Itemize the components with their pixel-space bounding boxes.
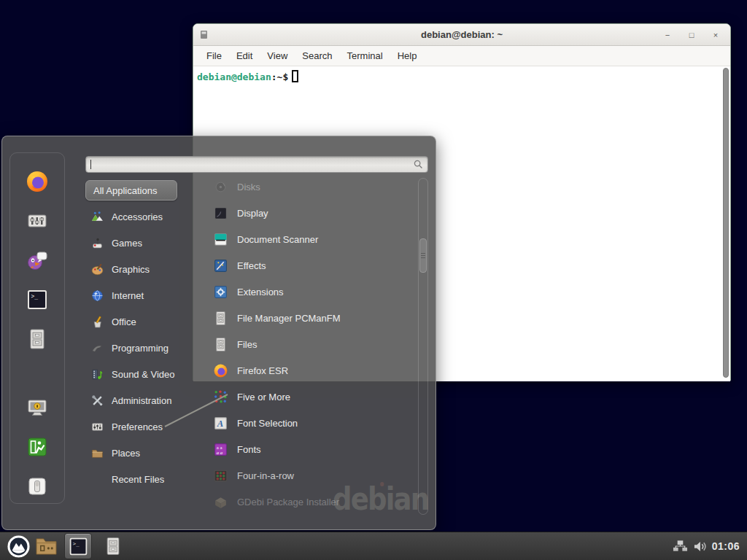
favorite-control-center-button[interactable]: [25, 209, 50, 233]
maximize-icon[interactable]: □: [687, 31, 696, 39]
firefox-icon: [26, 170, 49, 193]
app-four-in-a-row[interactable]: Four-in-a-row: [207, 462, 417, 489]
log-out-button[interactable]: [25, 435, 50, 459]
desktop[interactable]: debian debian@debian: ~ − □ × File Edit …: [0, 0, 747, 560]
menu-search[interactable]: Search: [295, 50, 339, 61]
document-scanner-icon: [213, 232, 228, 247]
window-title: debian@debian: ~: [193, 29, 730, 40]
app-display[interactable]: Display: [207, 200, 417, 226]
category-programming[interactable]: Programming: [85, 335, 206, 361]
app-effects[interactable]: Effects: [207, 252, 417, 279]
app-file-manager-pcmanfm[interactable]: File Manager PCManFM: [207, 305, 417, 331]
administration-icon: [91, 394, 104, 407]
firefox-icon: [213, 363, 228, 378]
volume-icon[interactable]: [693, 540, 707, 553]
folder-icon: [35, 537, 58, 556]
category-administration[interactable]: Administration: [85, 387, 206, 413]
prompt-path: :~$: [271, 71, 288, 82]
category-all-applications[interactable]: All Applications: [85, 180, 177, 201]
menu-view[interactable]: View: [260, 50, 295, 61]
effects-icon: [213, 258, 228, 273]
four-in-a-row-icon: [213, 468, 228, 483]
app-disks[interactable]: Disks: [207, 174, 417, 200]
menu-file[interactable]: File: [199, 50, 229, 61]
category-games[interactable]: Games: [85, 230, 206, 256]
shut-down-icon: [26, 475, 49, 498]
places-icon: [91, 447, 104, 459]
package-icon: [213, 494, 228, 510]
menu-button[interactable]: [4, 533, 32, 559]
menu-help[interactable]: Help: [390, 50, 425, 61]
sound-video-icon: [91, 368, 104, 381]
app-document-scanner[interactable]: Document Scanner: [207, 226, 417, 252]
terminal-icon: >_: [68, 536, 89, 557]
preferences-icon: [91, 421, 104, 433]
app-gdebi-package-installer[interactable]: GDebi Package Installer: [207, 489, 417, 515]
display-icon: [213, 206, 228, 221]
file-cabinet-icon: [26, 327, 49, 351]
search-icon: [414, 160, 423, 169]
terminal-taskbar-button[interactable]: >_: [64, 533, 92, 559]
file-cabinet-icon: [213, 311, 228, 326]
category-accessories[interactable]: Accessories: [85, 203, 206, 230]
pidgin-icon: [26, 249, 49, 272]
category-recent-files[interactable]: Recent Files: [85, 466, 206, 492]
clock[interactable]: 01:06: [712, 540, 740, 552]
category-list: All Applications Accessories Games Graph…: [85, 180, 206, 492]
text-caret: [90, 160, 91, 169]
category-office[interactable]: Office: [85, 308, 206, 335]
network-icon[interactable]: [673, 540, 688, 553]
app-fonts[interactable]: a aa a Fonts: [207, 436, 417, 462]
menu-scrollbar-track[interactable]: [418, 178, 428, 515]
category-places[interactable]: Places: [85, 440, 206, 466]
disks-icon: [213, 179, 228, 195]
file-manager-folder-button[interactable]: [32, 533, 60, 559]
shut-down-button[interactable]: [25, 474, 50, 499]
favorite-file-manager-button[interactable]: [25, 327, 50, 351]
file-cabinet-icon: [103, 536, 123, 556]
menu-terminal[interactable]: Terminal: [340, 50, 390, 61]
app-font-selection[interactable]: A Font Selection: [207, 410, 417, 436]
app-extensions[interactable]: Extensions: [207, 279, 417, 305]
category-sound-video[interactable]: Sound & Video: [85, 361, 206, 387]
application-list: Disks Display Document Scanner Effects E…: [207, 174, 417, 515]
terminal-titlebar[interactable]: debian@debian: ~ − □ ×: [193, 24, 730, 46]
five-or-more-icon: [213, 389, 228, 405]
favorite-firefox-button[interactable]: [25, 169, 50, 194]
terminal-scrollbar[interactable]: [723, 68, 729, 378]
office-icon: [91, 316, 104, 328]
terminal-menubar: File Edit View Search Terminal Help: [193, 46, 730, 66]
font-selection-icon: A: [213, 416, 228, 431]
system-tray: 01:06: [673, 540, 743, 553]
terminal-cursor: [292, 70, 298, 82]
menu-scrollbar-thumb[interactable]: [419, 238, 427, 273]
app-files[interactable]: Files: [207, 331, 417, 357]
svg-text:a a: a a: [217, 449, 223, 454]
favorite-terminal-button[interactable]: >_: [25, 287, 50, 312]
favorite-pidgin-button[interactable]: [25, 248, 50, 273]
taskbar: >_ 01:06: [0, 532, 747, 560]
category-preferences[interactable]: Preferences: [85, 413, 206, 440]
svg-text:>_: >_: [31, 293, 39, 300]
file-cabinet-icon: [213, 337, 228, 352]
favorites-panel: >_: [9, 152, 65, 504]
svg-text:A: A: [217, 419, 223, 429]
app-firefox-esr[interactable]: Firefox ESR: [207, 357, 417, 384]
minimize-icon[interactable]: −: [663, 31, 672, 39]
prompt-user: debian@debian: [197, 71, 271, 82]
category-internet[interactable]: Internet: [85, 282, 206, 308]
menu-edit[interactable]: Edit: [229, 50, 260, 61]
app-five-or-more[interactable]: Five or More: [207, 384, 417, 410]
lock-screen-button[interactable]: [25, 395, 50, 420]
files-taskbar-button[interactable]: [99, 533, 127, 559]
category-graphics[interactable]: Graphics: [85, 256, 206, 282]
terminal-icon: >_: [26, 288, 49, 311]
close-icon[interactable]: ×: [711, 31, 720, 39]
menu-search-input[interactable]: [85, 156, 428, 173]
lock-screen-icon: [26, 396, 49, 419]
internet-icon: [91, 289, 104, 302]
extensions-icon: [213, 284, 228, 300]
programming-icon: [91, 342, 104, 354]
application-menu: >_ All Applications: [1, 136, 436, 530]
log-out-icon: [26, 435, 49, 459]
